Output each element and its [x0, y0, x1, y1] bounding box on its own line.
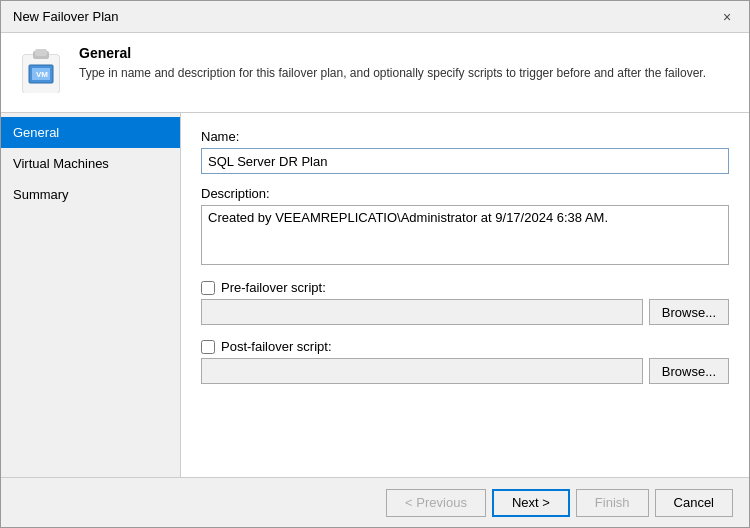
- pre-failover-label: Pre-failover script:: [221, 280, 326, 295]
- header-section: VM General Type in name and description …: [1, 33, 749, 113]
- header-text: General Type in name and description for…: [79, 45, 706, 82]
- plan-icon: VM: [17, 45, 65, 93]
- post-failover-label: Post-failover script:: [221, 339, 332, 354]
- header-title: General: [79, 45, 706, 61]
- description-label: Description:: [201, 186, 729, 201]
- name-row: Name:: [201, 129, 729, 174]
- post-failover-browse-button[interactable]: Browse...: [649, 358, 729, 384]
- name-input[interactable]: [201, 148, 729, 174]
- footer: < Previous Next > Finish Cancel: [1, 477, 749, 527]
- pre-failover-checkbox[interactable]: [201, 281, 215, 295]
- sidebar-item-summary[interactable]: Summary: [1, 179, 180, 210]
- post-failover-row: Post-failover script: Browse...: [201, 339, 729, 384]
- post-failover-checkbox[interactable]: [201, 340, 215, 354]
- next-button[interactable]: Next >: [492, 489, 570, 517]
- post-failover-checkbox-label: Post-failover script:: [201, 339, 729, 354]
- svg-text:VM: VM: [36, 70, 48, 79]
- title-bar: New Failover Plan ×: [1, 1, 749, 33]
- previous-button[interactable]: < Previous: [386, 489, 486, 517]
- name-label: Name:: [201, 129, 729, 144]
- dialog-title: New Failover Plan: [13, 9, 119, 24]
- main-panel: Name: Description: Created by VEEAMREPLI…: [181, 113, 749, 477]
- sidebar: General Virtual Machines Summary: [1, 113, 181, 477]
- sidebar-item-virtual-machines[interactable]: Virtual Machines: [1, 148, 180, 179]
- sidebar-item-general[interactable]: General: [1, 117, 180, 148]
- pre-failover-checkbox-label: Pre-failover script:: [201, 280, 729, 295]
- pre-failover-input-row: Browse...: [201, 299, 729, 325]
- description-row: Description: Created by VEEAMREPLICATIO\…: [201, 186, 729, 268]
- post-failover-path-input[interactable]: [201, 358, 643, 384]
- finish-button[interactable]: Finish: [576, 489, 649, 517]
- description-input[interactable]: Created by VEEAMREPLICATIO\Administrator…: [201, 205, 729, 265]
- pre-failover-path-input[interactable]: [201, 299, 643, 325]
- close-button[interactable]: ×: [717, 7, 737, 27]
- header-description: Type in name and description for this fa…: [79, 65, 706, 82]
- svg-rect-3: [35, 49, 47, 56]
- cancel-button[interactable]: Cancel: [655, 489, 733, 517]
- pre-failover-row: Pre-failover script: Browse...: [201, 280, 729, 325]
- post-failover-input-row: Browse...: [201, 358, 729, 384]
- content-area: General Virtual Machines Summary Name: D…: [1, 113, 749, 477]
- new-failover-plan-dialog: New Failover Plan × VM General Type in n…: [0, 0, 750, 528]
- pre-failover-browse-button[interactable]: Browse...: [649, 299, 729, 325]
